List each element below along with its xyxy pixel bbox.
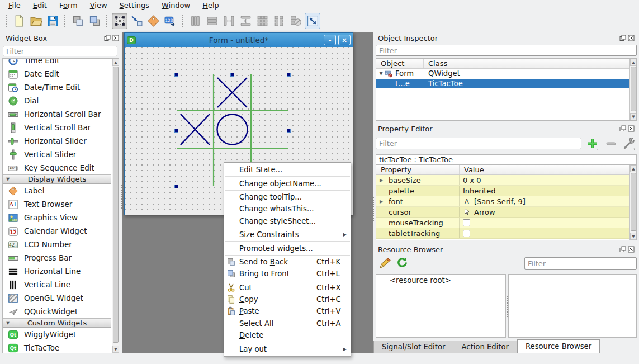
property-value[interactable]: Inherited — [460, 187, 496, 195]
scroll-down-button[interactable]: ▼ — [112, 346, 119, 353]
property-value[interactable] — [460, 230, 470, 237]
widget-item-text-browser[interactable]: AIText Browser — [3, 197, 111, 211]
widget-item-key-sequence-edit[interactable]: ABCKey Sequence Edit — [3, 161, 111, 174]
dock-float-button[interactable] — [619, 35, 626, 41]
widget-item-vertical-slider[interactable]: Vertical Slider — [3, 148, 111, 161]
adjust-size-button[interactable] — [305, 13, 320, 29]
selection-handle[interactable] — [287, 129, 291, 133]
dock-float-button[interactable] — [619, 246, 626, 253]
scroll-up-button[interactable]: ▲ — [630, 165, 637, 172]
dock-close-button[interactable] — [628, 125, 635, 132]
widget-item-date-edit[interactable]: Date Edit — [3, 67, 111, 81]
resource-tree-pane[interactable]: <resource root> — [376, 274, 506, 338]
menu-view[interactable]: View — [84, 1, 113, 11]
context-menu-item-bring-to-front[interactable]: Bring to FrontCtrl+L — [224, 268, 351, 280]
dock-close-button[interactable] — [628, 35, 635, 41]
widget-item-calendar-widget[interactable]: 12Calendar Widget — [3, 224, 111, 238]
selection-handle[interactable] — [174, 129, 178, 133]
toolbar-handle[interactable] — [5, 14, 8, 27]
property-value[interactable]: Arrow — [460, 208, 495, 216]
dock-close-button[interactable] — [112, 35, 119, 41]
tab-signal-slot-editor[interactable]: Signal/Slot Editor — [373, 341, 453, 353]
column-property[interactable]: Property — [376, 165, 460, 174]
menu-file[interactable]: File — [2, 1, 27, 11]
edit-widgets-button[interactable] — [112, 13, 127, 29]
menu-settings[interactable]: Settings — [113, 1, 155, 11]
column-value[interactable]: Value — [460, 165, 489, 174]
context-menu-item-delete[interactable]: Delete — [224, 329, 351, 341]
scroll-down-button[interactable]: ▼ — [630, 113, 637, 120]
context-menu-item-promoted-widgets[interactable]: Promoted widgets... — [224, 242, 351, 254]
selection-handle[interactable] — [174, 73, 178, 77]
scroll-down-button[interactable]: ▼ — [630, 233, 637, 240]
tab-resource-browser[interactable]: Resource Browser — [517, 339, 600, 353]
property-expand-icon[interactable]: ▶ — [376, 199, 384, 204]
menu-window[interactable]: Window — [155, 1, 196, 11]
remove-property-button[interactable] — [604, 137, 618, 150]
widget-box-filter-input[interactable] — [3, 46, 117, 56]
property-row-palette[interactable]: paletteInherited — [376, 186, 636, 196]
property-value[interactable] — [460, 219, 470, 226]
menu-form[interactable]: Form — [53, 1, 84, 11]
scroll-thumb[interactable] — [631, 67, 636, 111]
break-layout-button[interactable] — [288, 13, 304, 29]
resource-root-item[interactable]: <resource root> — [376, 275, 505, 285]
scroll-up-button[interactable]: ▲ — [112, 59, 119, 66]
edit-tab-order-button[interactable]: 123 — [162, 13, 178, 29]
property-columns[interactable]: Property Value — [376, 165, 636, 175]
widget-section-display-widgets[interactable]: ▼Display Widgets — [3, 174, 111, 184]
reload-resources-button[interactable] — [396, 256, 409, 269]
resource-browser-filter-input[interactable] — [524, 257, 637, 270]
widget-item-wigglywidget[interactable]: QtWigglyWidget — [3, 328, 111, 341]
context-menu-item-cut[interactable]: CutCtrl+X — [224, 282, 351, 294]
selection-handle[interactable] — [287, 73, 291, 77]
context-menu-item-change-stylesheet[interactable]: Change styleSheet... — [224, 215, 351, 227]
layout-grid-button[interactable] — [254, 13, 270, 29]
widget-item-dial[interactable]: Dial — [3, 94, 111, 107]
edit-signals-slots-button[interactable] — [129, 13, 144, 29]
form-titlebar[interactable]: Form - untitled* D - × — [125, 33, 353, 47]
widget-item-graphics-view[interactable]: abcGraphics View — [3, 211, 111, 224]
widget-section-custom-widgets[interactable]: ▼Custom Widgets — [3, 318, 111, 328]
form-minimize-button[interactable]: - — [324, 35, 336, 45]
toolbar-handle[interactable] — [181, 14, 184, 27]
layout-horizontal-button[interactable] — [204, 13, 220, 29]
resource-detail-pane[interactable] — [508, 274, 637, 338]
tree-expand-icon[interactable]: ▼ — [377, 71, 385, 76]
dock-float-button[interactable] — [104, 35, 111, 41]
selection-handle[interactable] — [174, 185, 178, 188]
context-menu-item-select-all[interactable]: Select AllCtrl+A — [224, 318, 351, 329]
property-value[interactable]: A[Sans Serif, 9] — [460, 197, 526, 206]
layout-split-horizontal-button[interactable] — [221, 13, 236, 29]
layout-split-vertical-button[interactable] — [238, 13, 253, 29]
tab-action-editor[interactable]: Action Editor — [453, 341, 517, 353]
context-menu-item-change-whatsthis[interactable]: Change whatsThis... — [224, 203, 351, 215]
send-to-back-button[interactable] — [70, 13, 86, 29]
property-row-tabletTracking[interactable]: tabletTracking — [376, 228, 636, 239]
context-menu-item-paste[interactable]: PasteCtrl+V — [224, 305, 351, 317]
widget-item-progress-bar[interactable]: Progress Bar — [3, 251, 111, 264]
object-inspector-scrollbar[interactable]: ▲▼ — [629, 59, 637, 120]
selection-handle[interactable] — [230, 73, 234, 77]
checkbox-unchecked[interactable] — [463, 230, 470, 237]
widget-item-horizontal-slider[interactable]: Horizontal Slider — [3, 134, 111, 148]
context-menu-item-copy[interactable]: CopyCtrl+C — [224, 294, 351, 305]
column-class[interactable]: Class — [424, 59, 452, 68]
column-object[interactable]: Object — [376, 59, 424, 68]
context-menu-item-send-to-back[interactable]: Send to BackCtrl+K — [224, 256, 351, 268]
object-inspector-columns[interactable]: Object Class — [376, 59, 636, 69]
widget-item-opengl-widget[interactable]: OpenGL Widget — [3, 291, 111, 305]
property-editor-scrollbar[interactable]: ▲▼ — [629, 165, 637, 240]
save-form-button[interactable] — [45, 13, 60, 29]
widget-item-date-time-edit[interactable]: Date/Time Edit — [3, 81, 111, 94]
scroll-thumb[interactable] — [113, 67, 119, 343]
widget-item-qquickwidget[interactable]: QQuickWidget — [3, 305, 111, 318]
add-property-button[interactable] — [585, 137, 600, 150]
layout-vertical-button[interactable] — [187, 13, 203, 29]
object-row-Form[interactable]: ▼FormQWidget — [376, 69, 636, 79]
context-menu-item-size-constraints[interactable]: Size Constraints▶ — [224, 229, 351, 240]
form-close-button[interactable]: × — [338, 35, 351, 45]
property-expand-icon[interactable]: ▶ — [376, 178, 384, 183]
context-menu-item-change-objectname[interactable]: Change objectName... — [224, 177, 351, 189]
scroll-thumb[interactable] — [631, 173, 636, 231]
